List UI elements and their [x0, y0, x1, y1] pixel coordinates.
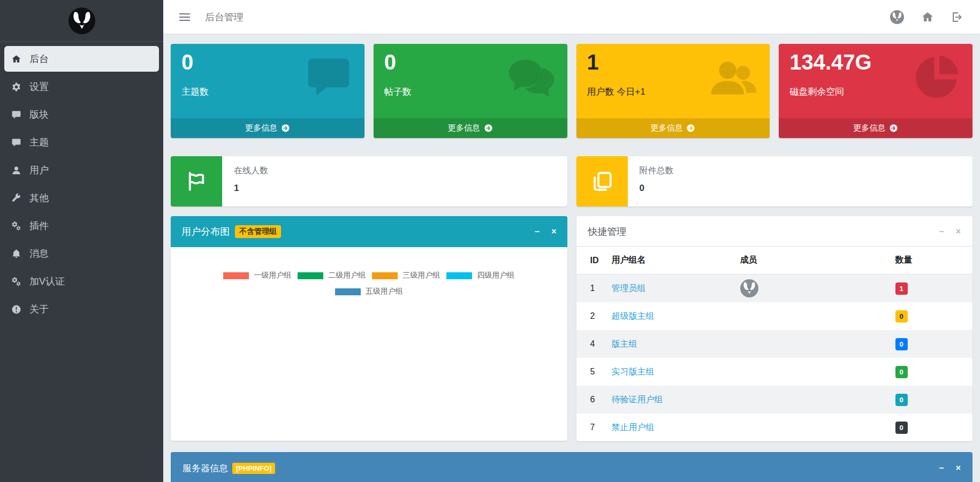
group-name-link[interactable]: 待验证用户组: [612, 395, 663, 404]
minimize-icon[interactable]: −: [939, 464, 944, 472]
more-info-label: 更多信息: [650, 123, 682, 133]
more-info-link[interactable]: 更多信息: [374, 118, 567, 138]
sidebar-item-plugins[interactable]: 插件: [4, 213, 159, 239]
more-info-link[interactable]: 更多信息: [171, 118, 364, 138]
count-badge: 0: [895, 394, 908, 406]
legend-label: 三级用户组: [402, 271, 440, 280]
sidebar-item-verification[interactable]: 加V认证: [4, 269, 159, 294]
more-info-link[interactable]: 更多信息: [779, 118, 973, 138]
legend-item: 一级用户组: [223, 271, 291, 280]
table-row: 4 版主组 0: [576, 330, 973, 358]
panel-title: 用户分布图: [181, 225, 230, 238]
comment-icon: [11, 110, 21, 120]
flag-icon: [171, 156, 222, 206]
count-badge: 0: [895, 310, 908, 323]
stat-card-disk: 134.47G 磁盘剩余空间 更多信息: [779, 44, 973, 138]
main-area: 后台管理 0 主题数 更多信息 0 帖子数: [163, 0, 980, 482]
minimize-icon[interactable]: −: [535, 227, 540, 236]
group-name-link[interactable]: 版主组: [612, 339, 637, 348]
sidebar: 后台 设置 版块 主题 用户 其他 插件 消息: [0, 0, 163, 482]
legend-swatch: [335, 288, 361, 295]
table-row: 7 禁止用户组 0: [576, 414, 973, 441]
info-box-online: 在线人数 1: [171, 156, 567, 206]
topbar: 后台管理: [163, 0, 980, 34]
sidebar-item-dashboard[interactable]: 后台: [4, 46, 159, 72]
group-name-link[interactable]: 实习版主组: [612, 367, 655, 376]
panels-row: 用户分布图 不含管理组 − × 一级用户组: [171, 216, 973, 441]
cogs-icon: [11, 221, 21, 231]
legend-swatch: [223, 272, 249, 279]
close-icon[interactable]: ×: [956, 464, 961, 472]
sidebar-item-label: 版块: [29, 108, 49, 121]
info-box-label: 在线人数: [234, 165, 268, 177]
sidebar-item-other[interactable]: 其他: [4, 185, 159, 211]
phpinfo-badge[interactable]: [PHPINFO]: [232, 463, 275, 474]
server-info-panel: 服务器信息 [PHPINFO] − ×: [171, 452, 973, 482]
sidebar-item-label: 用户: [29, 164, 49, 177]
arrow-circle-right-icon: [281, 124, 290, 133]
hamburger-menu-icon[interactable]: [179, 13, 190, 21]
sidebar-item-forums[interactable]: 版块: [4, 102, 159, 127]
group-id: 1: [576, 274, 605, 303]
bell-icon: [11, 249, 21, 259]
stat-label: 用户数 今日+1: [576, 74, 770, 98]
sidebar-item-messages[interactable]: 消息: [4, 241, 159, 266]
legend-item: 五级用户组: [335, 287, 403, 296]
cogs-icon: [11, 277, 21, 287]
sidebar-item-label: 设置: [29, 80, 49, 93]
sidebar-item-settings[interactable]: 设置: [4, 74, 159, 100]
sidebar-item-label: 插件: [29, 219, 49, 232]
stat-card-users: 1 用户数 今日+1 更多信息: [576, 44, 770, 138]
group-id: 2: [576, 302, 605, 330]
home-icon[interactable]: [921, 11, 934, 24]
legend-swatch: [446, 272, 472, 279]
quick-management-panel: 快捷管理 − × ID 用户组名 成员 数量: [576, 216, 973, 441]
arrow-circle-right-icon: [686, 124, 695, 133]
info-box-label: 附件总数: [640, 165, 674, 177]
wrench-icon: [11, 193, 21, 203]
group-name-link[interactable]: 超级版主组: [612, 311, 655, 320]
stat-label: 磁盘剩余空间: [779, 74, 973, 98]
sidebar-item-about[interactable]: 关于: [4, 296, 159, 322]
sidebar-item-label: 主题: [29, 136, 49, 149]
more-info-link[interactable]: 更多信息: [576, 118, 770, 138]
table-row: 1 管理员组 1: [576, 274, 973, 303]
sidebar-item-users[interactable]: 用户: [4, 157, 159, 183]
stat-cards-row: 0 主题数 更多信息 0 帖子数 更多信息 1 用户数 今日+1: [171, 44, 973, 138]
info-icon: [11, 304, 21, 315]
sidebar-menu: 后台 设置 版块 主题 用户 其他 插件 消息: [0, 42, 163, 328]
sign-out-icon[interactable]: [951, 11, 964, 24]
minimize-icon[interactable]: −: [939, 227, 944, 236]
info-box-value: 0: [640, 183, 674, 194]
more-info-label: 更多信息: [853, 123, 885, 133]
info-boxes-row: 在线人数 1 附件总数 0: [171, 156, 973, 206]
group-name-link[interactable]: 禁止用户组: [612, 423, 655, 432]
legend-label: 四级用户组: [477, 271, 514, 280]
chart-area: 一级用户组 二级用户组 三级用户组 四级用户组: [171, 247, 567, 441]
legend-swatch: [372, 272, 398, 279]
panel-title: 服务器信息: [183, 462, 228, 475]
app-fox-icon[interactable]: [890, 10, 904, 24]
member-avatar-fox-icon[interactable]: [740, 279, 758, 297]
user-groups-table: ID 用户组名 成员 数量 1 管理员组 1: [576, 246, 973, 441]
home-icon: [11, 54, 21, 64]
close-icon[interactable]: ×: [956, 227, 961, 236]
arrow-circle-right-icon: [484, 124, 493, 133]
sidebar-item-threads[interactable]: 主题: [4, 129, 159, 155]
user-icon: [11, 165, 21, 175]
content: 0 主题数 更多信息 0 帖子数 更多信息 1 用户数 今日+1: [163, 34, 980, 482]
count-badge: 0: [895, 422, 908, 434]
close-icon[interactable]: ×: [551, 227, 556, 236]
count-badge: 0: [895, 366, 908, 378]
group-id: 4: [576, 330, 605, 358]
group-name-link[interactable]: 管理员组: [612, 284, 646, 293]
table-row: 5 实习版主组 0: [576, 358, 973, 386]
legend-label: 五级用户组: [366, 287, 403, 296]
more-info-label: 更多信息: [448, 123, 480, 133]
stat-card-posts: 0 帖子数 更多信息: [374, 44, 567, 138]
group-id: 7: [576, 414, 605, 441]
group-id: 5: [576, 358, 605, 386]
user-distribution-panel: 用户分布图 不含管理组 − × 一级用户组: [171, 216, 567, 441]
stat-value: 0: [171, 44, 364, 74]
stat-card-threads: 0 主题数 更多信息: [171, 44, 364, 138]
